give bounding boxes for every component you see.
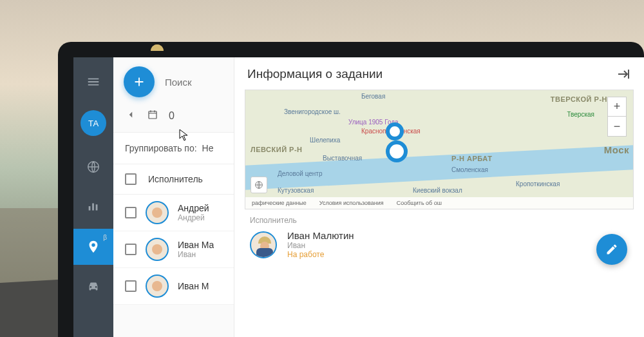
date-value: 0 [169, 110, 175, 122]
list-row[interactable]: Иван Ма Иван [113, 231, 234, 268]
assignee-label: Исполнитель [250, 216, 629, 225]
list-row[interactable]: Андрей Андрей [113, 195, 234, 231]
map-district: ТВЕРСКОЙ Р-Н [551, 95, 607, 103]
select-all-checkbox[interactable] [125, 173, 137, 185]
map-label: Шелепиха [310, 137, 340, 144]
map-district: ЛЕВСКИЙ Р-Н [251, 146, 303, 153]
map-attribution: рафические данные Условия использования … [245, 197, 633, 209]
map-layer-button[interactable] [251, 177, 267, 193]
search-input[interactable] [165, 77, 223, 88]
map-label: Звенигородское ш. [284, 108, 341, 115]
map-label: Киевский вокзал [413, 187, 462, 194]
app-screen: ТА β [73, 57, 644, 337]
sidebar-item-stats[interactable] [73, 189, 113, 225]
list-row[interactable]: Иван М [113, 268, 234, 305]
row-checkbox[interactable] [125, 244, 137, 255]
map-marker[interactable] [386, 140, 408, 162]
row-sub: Иван [178, 250, 214, 259]
zoom-in-button[interactable]: + [608, 97, 626, 117]
add-button[interactable] [124, 66, 155, 97]
row-name: Иван М [178, 281, 209, 291]
date-prev[interactable] [125, 109, 137, 123]
row-name: Иван Ма [178, 240, 214, 250]
map-data-label: рафические данные [252, 200, 307, 206]
map-label: Беговая [361, 93, 385, 100]
assignee-avatar [250, 231, 277, 258]
map-label: Тверская [567, 111, 594, 118]
car-icon [86, 280, 100, 294]
monitor-frame: ТА β [58, 42, 644, 337]
sidebar: ТА β [73, 57, 113, 337]
row-sub: Андрей [178, 213, 209, 222]
globe-icon [86, 160, 100, 174]
column-header-assignee: Исполнитель [148, 174, 203, 184]
beta-badge: β [103, 234, 107, 241]
list-panel: 0 Группировать по: Не Исполнитель Андрей… [113, 57, 234, 337]
svg-rect-1 [149, 111, 156, 119]
location-clock-icon [86, 240, 100, 254]
avatar [146, 238, 169, 261]
calendar-icon [147, 109, 158, 120]
calendar-button[interactable] [147, 109, 158, 123]
assignee-sub: Иван [287, 241, 607, 250]
map-zoom-controls: + − [607, 97, 627, 137]
detail-title: Информация о задании [247, 67, 383, 81]
row-checkbox[interactable] [125, 207, 137, 218]
plus-icon [132, 75, 146, 89]
assignee-name: Иван Малютин [287, 230, 607, 241]
user-avatar[interactable]: ТА [80, 110, 106, 136]
globe-icon [254, 180, 264, 190]
map-label: Смоленская [451, 166, 488, 173]
collapse-button[interactable] [616, 66, 631, 82]
sidebar-item-vehicle[interactable] [73, 269, 113, 305]
sidebar-item-location[interactable]: β [73, 229, 113, 265]
chevron-left-icon [125, 109, 137, 120]
bar-chart-icon [86, 200, 100, 214]
avatar [146, 201, 169, 224]
sidebar-item-globe[interactable] [73, 149, 113, 185]
map-label: Кутузовская [278, 187, 314, 194]
map-district: Р-Н АРБАТ [451, 155, 492, 162]
assignee-status: На работе [287, 250, 607, 259]
assignee-row[interactable]: Иван Малютин Иван На работе [250, 230, 629, 259]
map-report-link[interactable]: Сообщить об ош [397, 200, 442, 206]
menu-toggle[interactable] [73, 64, 113, 100]
group-by-label: Группировать по: [125, 143, 197, 153]
row-name: Андрей [178, 203, 209, 213]
pencil-icon [605, 243, 618, 256]
map-label: Деловой центр [278, 170, 322, 177]
zoom-out-button[interactable]: − [608, 117, 626, 136]
detail-panel: Информация о задании Беговая Звенигородс… [234, 57, 644, 337]
collapse-right-icon [616, 66, 631, 82]
avatar [146, 274, 169, 298]
edit-button[interactable] [596, 234, 627, 265]
map-label: Выставочная [323, 155, 362, 162]
hamburger-icon [86, 75, 100, 89]
map-district: Моск [604, 144, 629, 155]
row-checkbox[interactable] [125, 280, 137, 292]
map-label: Кропоткинская [516, 180, 560, 188]
map-terms-link[interactable]: Условия использования [319, 200, 384, 206]
group-by-value[interactable]: Не [202, 143, 214, 153]
map[interactable]: Беговая Звенигородское ш. Улица 1905 Год… [245, 90, 634, 209]
map-marker[interactable] [386, 122, 404, 140]
